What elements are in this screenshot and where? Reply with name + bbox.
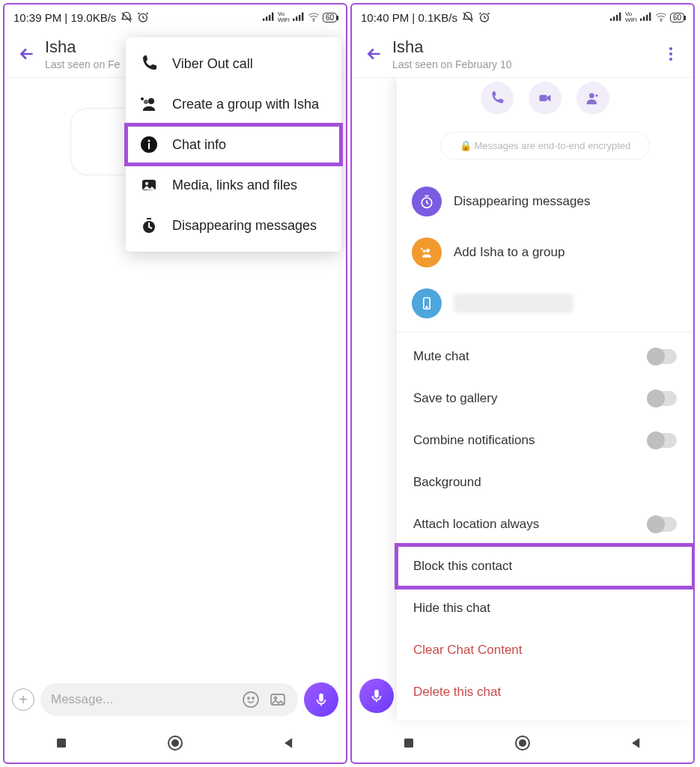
info-label: Disappearing messages <box>454 194 590 209</box>
group-add-icon <box>139 94 159 114</box>
call-button[interactable] <box>481 82 514 115</box>
video-button[interactable] <box>529 82 561 115</box>
svg-point-48 <box>426 306 427 308</box>
menu-create-group[interactable]: Create a group with Isha <box>126 84 341 124</box>
status-bar: 10:39 PM | 19.0KB/s VoWiFi 60 <box>4 4 346 30</box>
svg-point-46 <box>423 249 426 252</box>
recents-icon[interactable] <box>398 733 419 754</box>
android-nav <box>4 724 346 763</box>
svg-rect-36 <box>643 16 645 21</box>
setting-background[interactable]: Background <box>397 461 693 503</box>
info-disappearing[interactable]: Disappearing messages <box>397 176 693 227</box>
svg-rect-31 <box>610 19 612 21</box>
setting-mute[interactable]: Mute chat <box>397 336 693 378</box>
chat-info-panel: 🔒 Messages are end-to-end encrypted Disa… <box>397 78 693 721</box>
add-contact-button[interactable] <box>576 82 609 115</box>
menu-media[interactable]: Media, links and files <box>126 165 341 205</box>
setting-label: Background <box>413 475 481 490</box>
menu-label: Viber Out call <box>172 56 253 72</box>
toggle[interactable] <box>647 391 677 406</box>
gallery-icon[interactable] <box>268 690 287 709</box>
signal2-icon <box>640 11 652 23</box>
phone-out-icon <box>139 54 159 73</box>
setting-label: Save to gallery <box>413 391 497 406</box>
setting-label: Mute chat <box>413 349 469 364</box>
overflow-menu: Viber Out call Create a group with Isha … <box>126 37 341 252</box>
toggle[interactable] <box>647 433 677 448</box>
svg-rect-3 <box>266 16 267 21</box>
svg-point-12 <box>144 100 148 104</box>
more-button[interactable] <box>656 45 686 63</box>
encryption-notice: 🔒 Messages are end-to-end encrypted <box>440 132 650 160</box>
svg-rect-25 <box>319 694 323 702</box>
svg-point-51 <box>520 740 526 746</box>
svg-rect-35 <box>640 19 642 21</box>
svg-rect-33 <box>616 15 618 21</box>
info-phone[interactable] <box>397 278 693 329</box>
svg-point-24 <box>275 697 277 700</box>
svg-rect-32 <box>613 16 615 21</box>
status-bar: 10:40 PM | 0.1KB/s VoWiFi 60 <box>352 4 693 30</box>
mute-icon <box>121 11 133 23</box>
menu-disappearing[interactable]: Disappearing messages <box>126 205 341 246</box>
status-time: 10:40 PM | 0.1KB/s <box>361 11 457 24</box>
mute-icon <box>462 11 474 23</box>
svg-point-22 <box>252 697 254 699</box>
vowifi-icon: VoWiFi <box>278 11 290 23</box>
phone-icon <box>412 288 442 318</box>
svg-rect-5 <box>272 13 273 21</box>
signal-icon <box>263 11 275 23</box>
setting-hide[interactable]: Hide this chat <box>397 587 693 629</box>
svg-rect-37 <box>646 15 648 21</box>
home-icon[interactable] <box>512 733 533 754</box>
svg-point-20 <box>243 692 258 707</box>
setting-save-gallery[interactable]: Save to gallery <box>397 378 693 419</box>
timer-icon <box>139 216 159 235</box>
setting-label: Delete this chat <box>413 685 501 700</box>
setting-block[interactable]: Block this contact <box>397 545 693 587</box>
toggle[interactable] <box>647 517 677 532</box>
back-button[interactable] <box>12 39 42 69</box>
menu-chat-info[interactable]: Chat info <box>126 124 341 165</box>
svg-rect-40 <box>374 690 379 698</box>
back-nav-icon[interactable] <box>279 733 299 754</box>
android-nav <box>352 724 693 763</box>
voice-button[interactable] <box>304 682 338 717</box>
info-add-group[interactable]: Add Isha to a group <box>397 227 693 278</box>
menu-viber-out[interactable]: Viber Out call <box>126 43 341 84</box>
message-input-bar: + Message... <box>4 679 346 721</box>
setting-clear[interactable]: Clear Chat Content <box>397 629 693 671</box>
signal2-icon <box>293 11 305 23</box>
home-icon[interactable] <box>165 733 186 754</box>
back-nav-icon[interactable] <box>626 733 647 754</box>
setting-delete[interactable]: Delete this chat <box>397 671 693 713</box>
menu-label: Create a group with Isha <box>172 97 319 112</box>
svg-rect-44 <box>425 195 429 197</box>
contact-name: Isha <box>392 37 656 57</box>
setting-combine[interactable]: Combine notifications <box>397 419 693 461</box>
emoji-icon[interactable] <box>241 690 261 709</box>
back-button[interactable] <box>359 39 389 69</box>
signal-icon <box>610 11 622 23</box>
divider <box>397 332 693 333</box>
toggle[interactable] <box>647 349 677 364</box>
svg-point-10 <box>313 20 314 21</box>
voice-button[interactable] <box>359 679 394 713</box>
attach-button[interactable]: + <box>12 688 34 711</box>
svg-point-42 <box>589 93 594 98</box>
last-seen: Last seen on February 10 <box>392 58 656 70</box>
svg-rect-26 <box>57 739 66 748</box>
header-text[interactable]: Isha Last seen on February 10 <box>389 37 656 70</box>
info-icon <box>139 135 159 154</box>
svg-point-45 <box>426 249 430 252</box>
recents-icon[interactable] <box>51 733 72 754</box>
media-icon <box>139 175 159 195</box>
setting-attach-location[interactable]: Attach location always <box>397 503 693 545</box>
menu-label: Disappearing messages <box>172 218 317 234</box>
info-actions <box>397 78 693 115</box>
battery-icon: 60 <box>670 13 684 22</box>
svg-rect-14 <box>148 143 150 149</box>
message-input[interactable]: Message... <box>40 683 298 716</box>
wifi-icon <box>655 11 667 23</box>
info-label: Add Isha to a group <box>454 245 564 260</box>
